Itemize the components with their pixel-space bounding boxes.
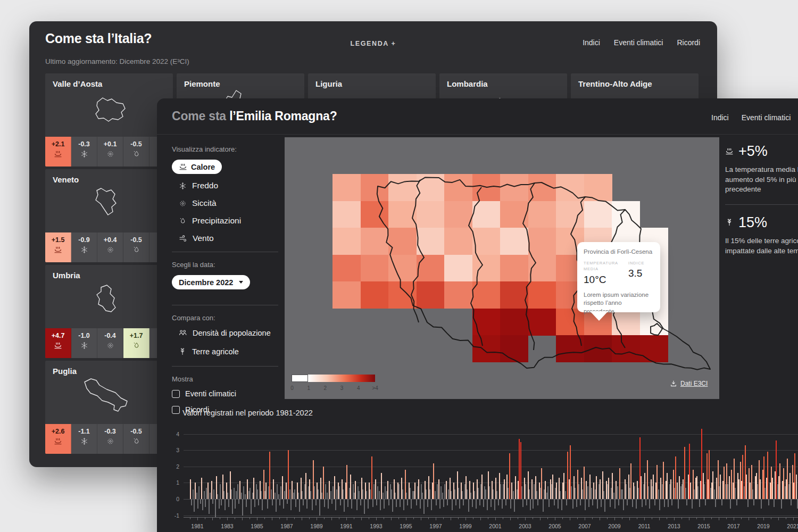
heatmap-cell[interactable] xyxy=(444,281,472,309)
heatmap-cell[interactable] xyxy=(500,174,528,201)
heatmap-cell[interactable] xyxy=(361,255,389,282)
compare-option-agriculture[interactable]: Terre agricole xyxy=(178,347,281,356)
heatmap-cell[interactable] xyxy=(361,228,389,255)
heatmap-cell[interactable] xyxy=(444,174,472,201)
nav-item-indici[interactable]: Indici xyxy=(583,38,600,47)
heatmap-cell[interactable] xyxy=(500,309,528,336)
heatmap-cell[interactable] xyxy=(472,281,501,309)
heatmap-cell[interactable] xyxy=(444,255,472,282)
indicator-option-heat-selected[interactable]: Calore xyxy=(172,160,222,174)
heatmap-cell[interactable] xyxy=(361,201,389,228)
legend-toggle[interactable]: LEGENDA + xyxy=(351,40,396,47)
heatmap-cell[interactable] xyxy=(612,335,640,362)
indicator-value-cell-precipitation[interactable]: -0.5 xyxy=(123,137,149,167)
heatmap-cell[interactable] xyxy=(417,174,445,201)
heatmap-cell[interactable] xyxy=(388,228,417,255)
heatmap-cell[interactable] xyxy=(332,281,361,309)
region-card-puglia[interactable]: Puglia+2.6-1.1-0.3-0.5 xyxy=(45,361,173,454)
chart-bar xyxy=(510,499,511,509)
region-card-veneto[interactable]: Veneto+1.5-0.9+0.4-0.5 xyxy=(45,169,173,262)
checkbox[interactable] xyxy=(172,390,180,398)
indicator-value-cell-cold[interactable]: -0.9 xyxy=(71,232,97,262)
heatmap-cell[interactable] xyxy=(388,201,417,228)
heatmap-cell[interactable] xyxy=(417,255,445,282)
heatmap-cell[interactable] xyxy=(472,255,501,282)
region-card-umbria[interactable]: Umbria+4.7-1.0-0.4+1.7 xyxy=(45,265,173,358)
heatmap-cell[interactable] xyxy=(500,281,528,309)
region-card-valle-daosta[interactable]: Valle d’Aosta+2.1-0.3+0.1-0.5 xyxy=(45,73,173,167)
chart-bar xyxy=(219,499,220,509)
agriculture-icon xyxy=(725,218,734,227)
show-option-eventi-climatici[interactable]: Eventi climatici xyxy=(172,389,281,398)
indicator-value-cell-drought[interactable]: -0.4 xyxy=(97,328,123,358)
indicator-value-cell-cold[interactable]: -1.0 xyxy=(71,328,97,358)
heatmap-cell[interactable] xyxy=(584,201,612,228)
indicator-value-cell-heat[interactable]: +1.5 xyxy=(45,232,71,262)
indicator-value-cell-heat[interactable]: +2.6 xyxy=(45,424,71,454)
indicator-value-cell-cold[interactable]: -1.1 xyxy=(71,424,97,454)
heatmap-cell[interactable] xyxy=(528,255,556,282)
heatmap-cell[interactable] xyxy=(417,228,445,255)
heatmap-cell[interactable] xyxy=(472,228,501,255)
heatmap-cell[interactable] xyxy=(332,201,361,228)
heatmap-cell[interactable] xyxy=(556,335,584,362)
nav-item-eventi-climatici[interactable]: Eventi climatici xyxy=(742,113,791,122)
indicator-value-cell-precipitation[interactable]: -0.5 xyxy=(123,232,149,262)
heatmap-cell[interactable] xyxy=(500,201,528,228)
heatmap-cell[interactable] xyxy=(332,255,361,282)
indicator-value-cell-drought[interactable]: +0.4 xyxy=(97,232,123,262)
heatmap-cell[interactable] xyxy=(528,201,556,228)
heatmap-cell[interactable] xyxy=(472,309,501,336)
heatmap-cell[interactable] xyxy=(472,201,501,228)
x-axis-tick xyxy=(719,517,719,520)
nav-item-eventi-climatici[interactable]: Eventi climatici xyxy=(614,38,663,47)
heatmap-cell[interactable] xyxy=(528,309,556,336)
heatmap-cell[interactable] xyxy=(472,174,501,201)
heatmap-cell[interactable] xyxy=(444,201,472,228)
nav-item-indici[interactable]: Indici xyxy=(711,113,729,122)
heatmap-cell[interactable] xyxy=(388,281,417,309)
indicator-option-wind[interactable]: Vento xyxy=(179,234,281,243)
heatmap-cell[interactable] xyxy=(417,201,445,228)
indicator-option-precipitation[interactable]: Precipitazioni xyxy=(179,216,281,226)
heatmap-cell[interactable] xyxy=(528,281,556,309)
heatmap-cell[interactable] xyxy=(500,335,528,362)
x-axis-tick xyxy=(622,517,622,519)
heatmap-cell[interactable] xyxy=(332,174,361,201)
indicator-value-cell-precipitation[interactable]: -0.5 xyxy=(123,424,149,454)
heatmap-cell[interactable] xyxy=(528,228,556,255)
indicator-value-cell-drought[interactable]: -0.3 xyxy=(97,424,123,454)
indicator-option-cold[interactable]: Freddo xyxy=(179,181,281,190)
nav-item-ricordi[interactable]: Ricordi xyxy=(677,38,700,47)
heatmap-cell[interactable] xyxy=(584,174,612,201)
chart-bar xyxy=(196,493,197,499)
heatmap-cell[interactable] xyxy=(640,335,668,362)
chart-bar xyxy=(663,462,664,499)
indicator-value-cell-heat[interactable]: +2.1 xyxy=(45,137,71,167)
heatmap-cell[interactable] xyxy=(472,335,501,362)
heatmap-cell[interactable] xyxy=(528,174,556,201)
date-dropdown[interactable]: Dicembre 2022 xyxy=(172,275,250,289)
data-download-link[interactable]: Dati E3CI xyxy=(670,380,708,387)
heatmap-cell[interactable] xyxy=(388,255,417,282)
heatmap-cell[interactable] xyxy=(388,174,417,201)
heatmap-cell[interactable] xyxy=(500,228,528,255)
indicator-value-cell-heat[interactable]: +4.7 xyxy=(45,328,71,358)
heatmap-cell[interactable] xyxy=(444,228,472,255)
heatmap-cell[interactable] xyxy=(500,255,528,282)
color-scale-tick-label: >4 xyxy=(372,385,378,391)
heatmap-cell[interactable] xyxy=(584,335,612,362)
heatmap-cell[interactable] xyxy=(612,201,640,228)
indicator-value-cell-precipitation[interactable]: +1.7 xyxy=(123,328,149,358)
heatmap-cell[interactable] xyxy=(332,228,361,255)
heatmap-cell[interactable] xyxy=(556,174,584,201)
indicator-option-drought[interactable]: Siccità xyxy=(179,198,281,208)
indicator-value-cell-drought[interactable]: +0.1 xyxy=(97,137,123,167)
heatmap-cell[interactable] xyxy=(556,309,584,336)
heatmap-cell[interactable] xyxy=(417,281,445,309)
heatmap-cell[interactable] xyxy=(361,281,389,309)
indicator-value-cell-cold[interactable]: -0.3 xyxy=(71,137,97,167)
heatmap-cell[interactable] xyxy=(556,201,584,228)
heatmap-cell[interactable] xyxy=(361,174,389,201)
compare-option-population[interactable]: Densità di popolazione xyxy=(178,328,281,337)
